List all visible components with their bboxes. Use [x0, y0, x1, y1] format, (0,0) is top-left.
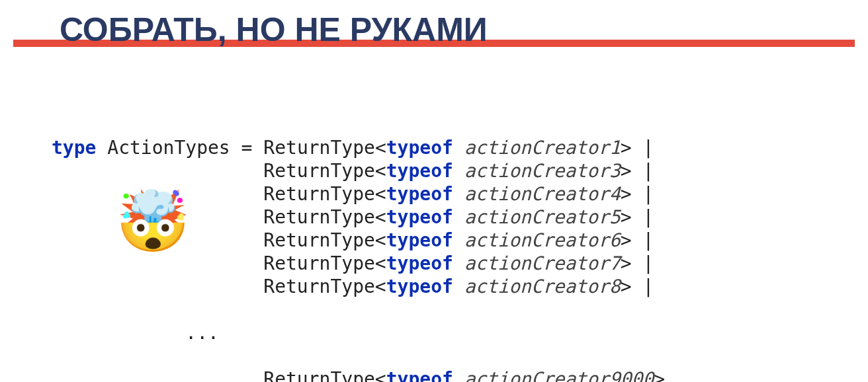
l6-ind: [52, 252, 263, 274]
l7-close: > |: [621, 276, 654, 297]
l4-ret: ReturnType<: [263, 206, 386, 228]
l1-ret: ReturnType<: [263, 137, 386, 159]
l4-typeof: typeof: [386, 206, 453, 228]
keyword-type: type: [52, 137, 96, 159]
l3-sp: [453, 183, 464, 205]
decl-name: ActionTypes =: [96, 137, 263, 159]
ell-ind: [52, 322, 185, 344]
l3-close: > |: [621, 183, 654, 205]
l4-creator: actionCreator5: [464, 206, 621, 228]
l5-ret: ReturnType<: [263, 229, 386, 251]
l7-ret: ReturnType<: [263, 276, 386, 297]
code-block: type ActionTypes = ReturnType<typeof act…: [52, 136, 665, 382]
l5-typeof: typeof: [386, 229, 453, 251]
l7-ind: [52, 276, 263, 297]
l4-sp: [453, 206, 464, 228]
l5-sp: [453, 229, 464, 251]
l6-typeof: typeof: [386, 252, 453, 274]
l4-ind: [52, 206, 263, 228]
l1-sp: [453, 137, 464, 159]
l2-ret: ReturnType<: [263, 160, 386, 182]
l6-sp: [453, 252, 464, 274]
l6-creator: actionCreator7: [464, 252, 621, 274]
ll-sp: [453, 368, 464, 382]
l3-typeof: typeof: [386, 183, 453, 205]
l2-creator: actionCreator3: [464, 160, 621, 182]
l4-close: > |: [621, 206, 654, 228]
l2-close: > |: [621, 160, 654, 182]
l7-typeof: typeof: [386, 276, 453, 297]
l3-ret: ReturnType<: [263, 183, 386, 205]
l6-ret: ReturnType<: [263, 252, 386, 274]
l5-creator: actionCreator6: [464, 229, 621, 251]
l5-close: > |: [621, 229, 654, 251]
ll-ind: [52, 368, 263, 382]
ll-ret: ReturnType<: [263, 368, 386, 382]
l1-typeof: typeof: [386, 137, 453, 159]
ellipsis: ...: [185, 322, 219, 344]
l5-ind: [52, 229, 263, 251]
title-block: СОБРАТЬ, НО НЕ РУКАМИ: [13, 13, 855, 47]
l1-creator: actionCreator1: [464, 137, 621, 159]
l7-creator: actionCreator8: [464, 276, 621, 297]
l1-close: > |: [621, 137, 654, 159]
l2-ind: [52, 160, 263, 182]
ll-typeof: typeof: [386, 368, 453, 382]
l3-creator: actionCreator4: [464, 183, 621, 205]
ll-close: >: [654, 368, 665, 382]
l6-close: > |: [621, 252, 654, 274]
ll-creator: actionCreator9000: [464, 368, 654, 382]
l3-ind: [52, 183, 263, 205]
l2-sp: [453, 160, 464, 182]
l7-sp: [453, 276, 464, 297]
l2-typeof: typeof: [386, 160, 453, 182]
